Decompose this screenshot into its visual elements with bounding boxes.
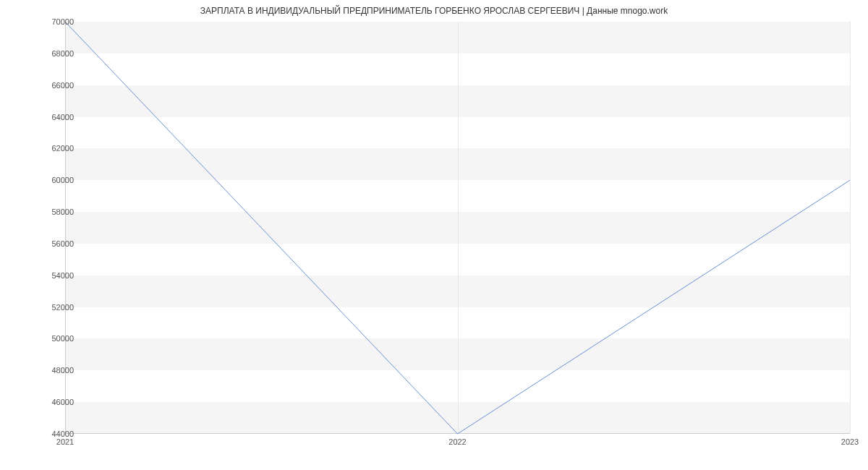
y-tick-label: 70000 [30,17,74,26]
y-tick-label: 68000 [30,49,74,58]
gridline-vertical [850,22,851,434]
x-tick-label: 2023 [841,437,859,446]
y-tick-label: 66000 [30,81,74,90]
y-tick-label: 56000 [30,239,74,248]
chart-title: ЗАРПЛАТА В ИНДИВИДУАЛЬНЫЙ ПРЕДПРИНИМАТЕЛ… [0,6,868,16]
x-tick-label: 2021 [56,437,74,446]
y-tick-label: 50000 [30,334,74,343]
y-tick-label: 60000 [30,176,74,184]
y-tick-label: 62000 [30,144,74,153]
y-tick-label: 48000 [30,366,74,375]
x-tick-label: 2022 [448,437,466,446]
y-tick-label: 54000 [30,271,74,280]
y-tick-label: 64000 [30,113,74,121]
y-tick-label: 46000 [30,398,74,406]
y-tick-label: 52000 [30,303,74,312]
plot-area [65,22,850,434]
y-tick-label: 58000 [30,208,74,216]
data-series-line [65,22,850,434]
